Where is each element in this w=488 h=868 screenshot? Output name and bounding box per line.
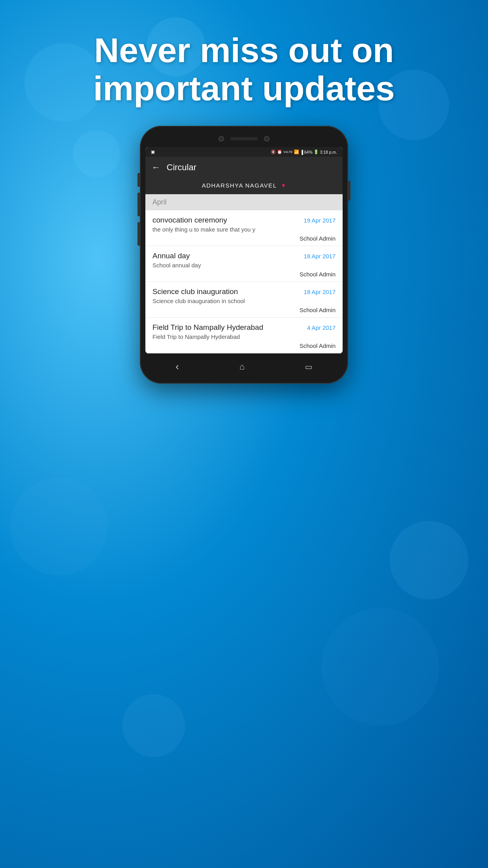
camera-button (138, 222, 140, 246)
circular-title: convocation ceremony (152, 216, 227, 224)
headline-line1: Never miss out on (94, 31, 394, 70)
circular-item[interactable]: Science club inauguration 18 Apr 2017 Sc… (145, 282, 343, 318)
volume-down-button (138, 193, 140, 216)
month-label: April (152, 198, 167, 206)
student-selector[interactable]: ADHARSHYA NAGAVEL ▼ (145, 178, 343, 194)
month-header: April (145, 194, 343, 210)
wifi-icon: 📶 (294, 149, 299, 154)
circular-date: 18 Apr 2017 (304, 289, 336, 295)
phone-mockup: ▣ 🔇 ⏰ VoLTE 📶 ▐ 64% 🔋 3:18 p.m. ← Circul… (140, 126, 348, 384)
circular-item[interactable]: Annual day 18 Apr 2017 School annual day… (145, 246, 343, 282)
circular-item-header: Annual day 18 Apr 2017 (152, 252, 336, 260)
back-button[interactable]: ← (152, 163, 160, 172)
phone-top-bar (145, 133, 343, 147)
front-camera (218, 136, 224, 142)
battery-icon: 🔋 (314, 149, 319, 154)
status-right-icons: 🔇 ⏰ VoLTE 📶 ▐ 64% 🔋 3:18 p.m. (271, 149, 337, 154)
circular-author: School Admin (152, 271, 336, 278)
headline-block: Never miss out on important updates (0, 31, 488, 108)
volume-up-button (138, 173, 140, 187)
headline-line2: important updates (93, 69, 395, 108)
circular-date: 19 Apr 2017 (304, 217, 336, 224)
app-header: ← Circular (145, 157, 343, 178)
earpiece-speaker (230, 137, 258, 140)
notification-icon: ▣ (151, 149, 155, 154)
circular-description: Field Trip to Nampally Hyderabad (152, 333, 336, 340)
light-sensor (264, 136, 270, 142)
time-display: 3:18 p.m. (320, 150, 337, 154)
circular-date: 18 Apr 2017 (304, 253, 336, 259)
circular-date: 4 Apr 2017 (307, 324, 336, 331)
circular-item[interactable]: Field Trip to Nampally Hyderabad 4 Apr 2… (145, 318, 343, 353)
headline-text: Never miss out on important updates (31, 31, 457, 108)
circular-author: School Admin (152, 342, 336, 349)
app-title: Circular (167, 162, 196, 173)
chevron-down-icon[interactable]: ▼ (281, 182, 286, 189)
nav-bar: ‹ ⌂ ▭ (145, 353, 343, 376)
back-nav-icon[interactable]: ‹ (176, 360, 179, 373)
battery-percent: 64% (304, 150, 312, 154)
phone-body: ▣ 🔇 ⏰ VoLTE 📶 ▐ 64% 🔋 3:18 p.m. ← Circul… (140, 126, 348, 384)
circular-description: School annual day (152, 262, 336, 268)
circular-item[interactable]: convocation ceremony 19 Apr 2017 the onl… (145, 210, 343, 246)
volte-icon: VoLTE (283, 150, 292, 154)
circular-title: Field Trip to Nampally Hyderabad (152, 323, 263, 332)
status-left-icons: ▣ (151, 149, 155, 154)
circular-item-header: Science club inauguration 18 Apr 2017 (152, 287, 336, 296)
signal-icon: ▐ (300, 150, 303, 154)
status-bar: ▣ 🔇 ⏰ VoLTE 📶 ▐ 64% 🔋 3:18 p.m. (145, 147, 343, 157)
circular-title: Annual day (152, 252, 190, 260)
circular-author: School Admin (152, 235, 336, 242)
power-button (348, 181, 350, 200)
alarm-icon: ⏰ (277, 149, 282, 154)
recents-nav-icon[interactable]: ▭ (305, 362, 312, 371)
mute-icon: 🔇 (271, 149, 276, 154)
circular-description: Science club inauguration in school (152, 298, 336, 304)
circular-item-header: convocation ceremony 19 Apr 2017 (152, 216, 336, 224)
phone-screen: ▣ 🔇 ⏰ VoLTE 📶 ▐ 64% 🔋 3:18 p.m. ← Circul… (145, 147, 343, 353)
circular-title: Science club inauguration (152, 287, 238, 296)
student-name-label: ADHARSHYA NAGAVEL (202, 182, 277, 189)
circular-author: School Admin (152, 307, 336, 313)
circular-item-header: Field Trip to Nampally Hyderabad 4 Apr 2… (152, 323, 336, 332)
circular-description: the only thing u to make sure that you y (152, 226, 336, 233)
home-nav-icon[interactable]: ⌂ (239, 362, 244, 372)
